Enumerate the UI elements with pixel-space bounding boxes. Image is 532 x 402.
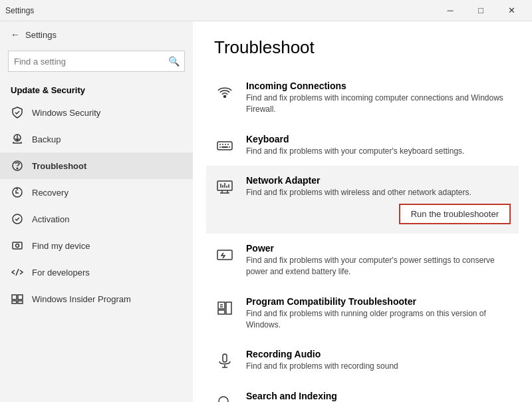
power-desc: Find and fix problems with your computer… [246,255,511,278]
maximize-button[interactable]: □ [466,0,496,21]
titlebar-controls: ─ □ ✕ [435,0,527,21]
keyboard-text: Keyboard Find and fix problems with your… [246,134,511,157]
item-network-adapter: Network Adapter Find and fix problems wi… [206,166,519,234]
find-device-icon [11,239,24,252]
backup-icon [11,132,24,146]
program-icon [214,298,235,319]
power-name: Power [246,243,511,254]
sidebar-item-label: For developers [32,268,90,278]
app-container: ← Settings 🔍 Update & Security Windows S… [0,21,532,402]
search-icon: 🔍 [163,51,184,72]
item-power: Power Find and fix problems with your co… [214,234,511,287]
search-input[interactable] [9,57,163,67]
incoming-connections-name: Incoming Connections [246,81,511,91]
search-indexing-text: Search and Indexing Find and fix problem… [246,391,511,402]
monitor-icon [214,176,235,198]
program-compatibility-desc: Find and fix problems with running older… [246,308,511,331]
keyboard-desc: Find and fix problems with your computer… [246,146,511,157]
network-adapter-text: Network Adapter Find and fix problems wi… [246,175,511,224]
svg-rect-36 [223,354,227,362]
sidebar-item-label: Recovery [32,188,68,198]
minimize-button[interactable]: ─ [435,0,466,21]
search-box: 🔍 [8,51,185,72]
sidebar-item-windows-security[interactable]: Windows Security [0,99,193,126]
svg-rect-33 [226,302,231,314]
svg-rect-13 [217,142,232,150]
recording-audio-name: Recording Audio [246,349,511,359]
activation-icon [11,212,24,226]
run-btn-container: Run the troubleshooter [246,204,511,224]
keyboard-name: Keyboard [246,134,511,144]
svg-line-7 [16,269,19,276]
sidebar-item-troubleshoot[interactable]: Troubleshoot [0,152,193,179]
search-indexing-name: Search and Indexing [246,391,511,401]
svg-point-2 [17,168,18,169]
svg-rect-30 [217,250,232,260]
troubleshoot-icon [11,159,24,172]
sidebar-item-find-my-device[interactable]: Find my device [0,232,193,259]
program-compatibility-name: Program Compatibility Troubleshooter [246,296,511,307]
sidebar-item-for-developers[interactable]: For developers [0,259,193,286]
network-adapter-desc: Find and fix problems with wireless and … [246,187,511,198]
recovery-icon [11,186,24,199]
sidebar-item-label: Activation [32,214,69,224]
svg-point-6 [16,244,19,248]
svg-rect-10 [12,301,17,303]
wifi-signal-icon [214,82,235,103]
sidebar-item-windows-insider[interactable]: Windows Insider Program [0,286,193,312]
titlebar-title: Settings [5,6,34,15]
incoming-connections-desc: Find and fix problems with incoming comp… [246,93,511,115]
network-adapter-name: Network Adapter [246,175,511,186]
svg-rect-31 [218,302,225,309]
main-content: Troubleshoot Incoming Connections Find a… [193,21,532,402]
sidebar-item-backup[interactable]: Backup [0,126,193,152]
sidebar-item-label: Backup [32,134,61,144]
sidebar-item-recovery[interactable]: Recovery [0,179,193,206]
sidebar: ← Settings 🔍 Update & Security Windows S… [0,21,193,402]
page-title: Troubleshoot [214,37,511,58]
program-compatibility-text: Program Compatibility Troubleshooter Fin… [246,296,511,331]
sidebar-item-label: Troubleshoot [32,161,86,171]
back-arrow-icon: ← [11,29,20,40]
sidebar-back-label: Settings [25,30,57,40]
sidebar-item-label: Find my device [32,241,90,251]
titlebar: Settings ─ □ ✕ [0,0,532,21]
svg-rect-9 [18,295,23,300]
run-troubleshooter-button[interactable]: Run the troubleshooter [399,204,511,224]
power-icon [214,244,235,266]
recording-audio-desc: Find and fix problems with recording sou… [246,361,511,372]
incoming-connections-text: Incoming Connections Find and fix proble… [246,81,511,115]
section-header: Update & Security [0,77,193,99]
svg-point-12 [224,96,226,98]
close-button[interactable]: ✕ [496,0,527,21]
svg-rect-11 [18,301,23,303]
item-search-indexing: Search and Indexing Find and fix problem… [214,381,511,402]
shield-icon [11,106,24,119]
sidebar-item-label: Windows Security [32,108,100,118]
svg-point-39 [219,397,228,402]
item-incoming-connections: Incoming Connections Find and fix proble… [214,71,511,124]
insider-icon [11,292,24,305]
power-text: Power Find and fix problems with your co… [246,243,511,278]
item-keyboard: Keyboard Find and fix problems with your… [214,124,511,166]
search-icon [214,392,235,402]
item-program-compatibility: Program Compatibility Troubleshooter Fin… [214,287,511,340]
keyboard-icon [214,135,235,156]
sidebar-item-activation[interactable]: Activation [0,206,193,232]
sidebar-item-label: Windows Insider Program [32,294,131,304]
microphone-icon [214,350,235,371]
recording-audio-text: Recording Audio Find and fix problems wi… [246,349,511,372]
svg-rect-8 [12,295,17,300]
item-recording-audio: Recording Audio Find and fix problems wi… [214,339,511,381]
developers-icon [11,266,24,279]
sidebar-back-button[interactable]: ← Settings [0,21,193,48]
svg-rect-32 [218,310,225,314]
svg-rect-5 [13,242,22,249]
